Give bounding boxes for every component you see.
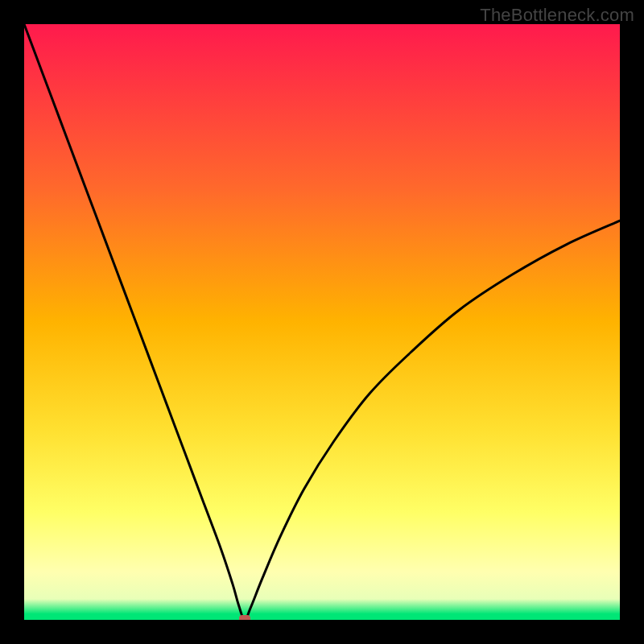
bottleneck-curve [24,24,620,620]
minimum-marker [239,615,250,620]
plot-area [24,24,620,620]
watermark-text: TheBottleneck.com [480,5,634,26]
chart-frame: TheBottleneck.com [0,0,644,644]
